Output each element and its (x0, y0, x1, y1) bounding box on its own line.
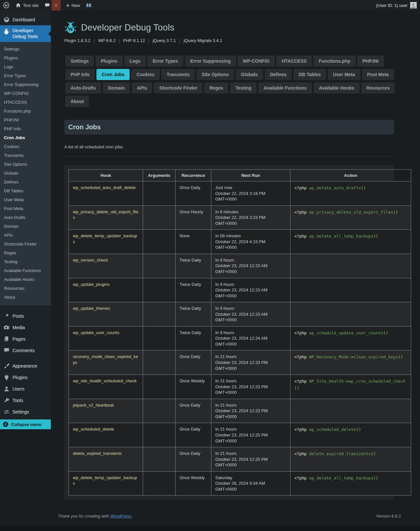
sidebar-subitem-php-ini[interactable]: PHP.INI (0, 116, 51, 124)
sidebar-item-developer-debug-tools[interactable]: Developer Debug Tools (0, 25, 51, 42)
active-menu-arrow-icon (48, 31, 51, 36)
tab-about[interactable]: About (65, 96, 89, 107)
recurrence-cell: Once Daily (176, 423, 211, 447)
tab-cron-jobs[interactable]: Cron Jobs (96, 69, 130, 80)
sidebar-subitem-available-functions[interactable]: Available Functions (0, 266, 51, 275)
admin-footer: Thank you for creating with WordPress. V… (51, 514, 420, 519)
admin-comments-link[interactable] (42, 0, 52, 11)
sidebar-item-posts[interactable]: Posts (0, 310, 51, 322)
sidebar-subitem-post-meta[interactable]: Post Meta (0, 204, 51, 213)
column-header-next-run: Next Run (211, 170, 290, 181)
tab-transients[interactable]: Transients (161, 69, 195, 80)
tab-php-info[interactable]: PHP Info (65, 69, 95, 80)
tab-post-meta[interactable]: Post Meta (362, 69, 394, 80)
sidebar-subitem-db-tables[interactable]: DB Tables (0, 186, 51, 195)
sidebar-item-media[interactable]: Media (0, 322, 51, 333)
tab-logs[interactable]: Logs (124, 55, 146, 67)
tab-domain[interactable]: Domain (103, 82, 130, 94)
sidebar-item-tools[interactable]: Tools (0, 394, 51, 406)
sidebar-subitem-htaccess[interactable]: HTACCESS (0, 98, 51, 107)
meta-separator: | (148, 38, 149, 43)
sidebar-subitem-settings[interactable]: Settings (0, 45, 51, 53)
menu-item-label: Appearance (12, 363, 37, 369)
sidebar-subitem-available-hooks[interactable]: Available Hooks (0, 275, 51, 284)
new-content-button[interactable]: + New (63, 0, 83, 11)
sidebar-subitem-site-options[interactable]: Site Options (0, 160, 51, 169)
site-name-link[interactable]: Test site (12, 0, 42, 11)
tab-shortcode-finder[interactable]: Shortcode Finder (154, 82, 202, 94)
tab-settings[interactable]: Settings (65, 55, 94, 67)
tab-site-options[interactable]: Site Options (197, 69, 234, 80)
bug-icon (3, 28, 10, 34)
next-run-cell: In 21 hoursOctober 23, 2024 12:23 PMGMT+… (211, 375, 290, 399)
sidebar-subitem-shortcode-finder[interactable]: Shortcode Finder (0, 240, 51, 248)
tab-resources[interactable]: Resources (361, 82, 395, 94)
dashboard-icon (3, 16, 10, 23)
sidebar-subitem-auto-drafts[interactable]: Auto-Drafts (0, 213, 51, 222)
tab-error-suppressing[interactable]: Error Suppressing (185, 55, 236, 67)
recurrence-cell: Twice Daily (176, 254, 211, 278)
tab-apis[interactable]: APIs (132, 82, 152, 94)
sidebar-item-pages[interactable]: Pages (0, 333, 51, 345)
sidebar-subitem-defines[interactable]: Defines (0, 178, 51, 186)
sliders-icon (3, 409, 10, 415)
arguments-cell (143, 278, 176, 302)
sidebar-item-settings[interactable]: Settings (0, 406, 51, 417)
sidebar-subitem-wp-config[interactable]: WP-CONFIG (0, 89, 51, 98)
sidebar-subitem-regex[interactable]: Regex (0, 248, 51, 257)
sidebar-item-users[interactable]: Users (0, 383, 51, 394)
tab-functions-php[interactable]: Functions.php (313, 55, 355, 67)
tab-defines[interactable]: Defines (265, 69, 292, 80)
sidebar-subitem-error-suppressing[interactable]: Error Suppressing (0, 80, 51, 89)
tab-available-functions[interactable]: Available Functions (258, 82, 312, 94)
sidebar-subitem-globals[interactable]: Globals (0, 169, 51, 178)
tab-plugins[interactable]: Plugins (95, 55, 123, 67)
section-description: A list of all scheduled cron jobs. (64, 144, 420, 149)
tab-error-types[interactable]: Error Types (147, 55, 183, 67)
tab-regex[interactable]: Regex (204, 82, 228, 94)
hook-cell: wp_version_check (69, 254, 143, 278)
sidebar-item-dashboard[interactable]: Dashboard (0, 14, 51, 25)
sidebar-subitem-cookies[interactable]: Cookies (0, 142, 51, 151)
sidebar-subitem-php-info[interactable]: PHP Info (0, 124, 51, 133)
plus-icon: + (66, 3, 70, 8)
comment-count-badge[interactable]: 0 (52, 0, 61, 11)
book-icon[interactable] (83, 0, 94, 11)
arguments-cell (143, 447, 176, 472)
sidebar-subitem-user-meta[interactable]: User Meta (0, 195, 51, 204)
sidebar-subitem-functions-php[interactable]: Functions.php (0, 107, 51, 116)
action-cell: <?php wp_delete_all_temp_backups() (290, 471, 411, 496)
admin-bar-account[interactable]: (User ID: 1) user (376, 2, 420, 9)
sidebar-subitem-cron-jobs[interactable]: Cron Jobs (0, 133, 51, 142)
sidebar-item-appearance[interactable]: Appearance (0, 360, 51, 372)
tab-htaccess[interactable]: HTACCESS (276, 55, 312, 67)
tab-php-ini[interactable]: PHP.INI (357, 55, 384, 67)
sidebar-subitem-transients[interactable]: Transients (0, 151, 51, 160)
plugin-tabs: SettingsPluginsLogsError TypesError Supp… (65, 55, 397, 109)
sidebar-subitem-resources[interactable]: Resources (0, 284, 51, 293)
tab-user-meta[interactable]: User Meta (328, 69, 360, 80)
admin-bar-left: W Test site 0 + New (0, 0, 94, 11)
tab-globals[interactable]: Globals (236, 69, 263, 80)
tab-auto-drafts[interactable]: Auto-Drafts (65, 82, 101, 94)
sidebar-subitem-apis[interactable]: APIs (0, 231, 51, 240)
wordpress-link[interactable]: WordPress (110, 514, 131, 519)
sidebar-subitem-error-types[interactable]: Error Types (0, 71, 51, 80)
sidebar-subitem-logs[interactable]: Logs (0, 62, 51, 71)
tab-wp-config[interactable]: WP-CONFIG (238, 55, 275, 67)
wordpress-logo-icon[interactable]: W (0, 0, 12, 11)
collapse-menu-button[interactable]: Collapse menu (0, 419, 51, 429)
table-row-wp-scheduled-auto-draft-delete: wp_scheduled_auto_draft_deleteOnce Daily… (69, 181, 411, 206)
recurrence-cell: Twice Daily (176, 278, 211, 302)
tab-db-tables[interactable]: DB Tables (293, 69, 326, 80)
arguments-cell (143, 205, 176, 230)
sidebar-item-comments[interactable]: Comments (0, 345, 51, 356)
tab-available-hooks[interactable]: Available Hooks (314, 82, 360, 94)
sidebar-subitem-about[interactable]: About (0, 293, 51, 302)
tab-testing[interactable]: Testing (230, 82, 257, 94)
sidebar-subitem-domain[interactable]: Domain (0, 222, 51, 231)
sidebar-item-plugins[interactable]: Plugins (0, 372, 51, 383)
tab-cookies[interactable]: Cookies (131, 69, 159, 80)
sidebar-subitem-testing[interactable]: Testing (0, 257, 51, 266)
sidebar-subitem-plugins[interactable]: Plugins (0, 53, 51, 62)
